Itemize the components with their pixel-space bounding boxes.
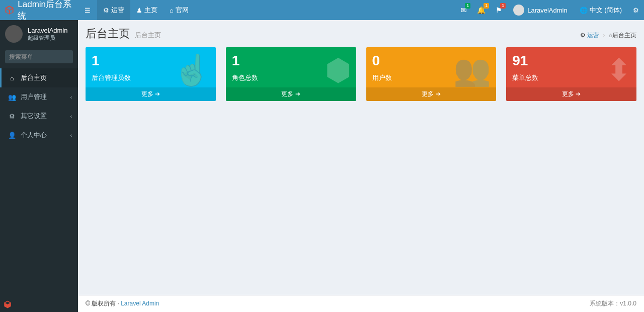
more-label: 更多 <box>562 90 574 97</box>
menu-users[interactable]: 👥 用户管理 ‹ <box>0 87 78 107</box>
search-box <box>0 48 78 68</box>
box-users: 0 用户数 👥 更多 ➔ <box>366 47 497 101</box>
page-subtitle: 后台主页 <box>135 31 161 40</box>
avatar-icon <box>513 5 524 16</box>
user-name: LaravelAdmin <box>28 27 68 34</box>
home-icon: ⌂ <box>8 74 17 82</box>
nav-left: ☰ ⚙ 运营 ♟ 主页 ⌂ 官网 <box>78 0 195 20</box>
users-icon: 👥 <box>453 52 491 88</box>
header: Ladmin后台系统 ☰ ⚙ 运营 ♟ 主页 ⌂ 官网 ✉ 1 🔔 1 ⚑ 1 <box>0 0 644 20</box>
bell-badge: 1 <box>484 3 489 9</box>
language-switcher[interactable]: 🌐 中文 (简体) <box>574 0 628 20</box>
notif-mail[interactable]: ✉ 1 <box>456 0 472 20</box>
box-users-more[interactable]: 更多 ➔ <box>366 87 497 101</box>
user-icon: 👤 <box>8 132 17 139</box>
user-icon: ♟ <box>136 7 142 14</box>
box-menus-more[interactable]: 更多 ➔ <box>506 87 636 101</box>
topnav-home[interactable]: ♟ 主页 <box>130 0 164 20</box>
search-input[interactable] <box>5 50 73 63</box>
notif-bell[interactable]: 🔔 1 <box>472 0 491 20</box>
breadcrumb-level1[interactable]: 运营 <box>587 32 599 39</box>
menu-profile-label: 个人中心 <box>21 131 47 140</box>
topnav-home-label: 主页 <box>144 6 157 15</box>
sidebar-toggle[interactable]: ☰ <box>78 0 97 20</box>
content: 后台主页 后台主页 ⚙ 运营 › ⌂后台主页 1 后台管理员数 ☝ 更多 ➔ 1… <box>78 20 644 297</box>
more-label: 更多 <box>281 90 293 97</box>
home-icon: ⌂ <box>609 32 612 39</box>
more-label: 更多 <box>141 90 153 97</box>
laravel-icon <box>4 5 15 16</box>
brand-text: Ladmin后台系统 <box>18 0 78 22</box>
box-menus: 91 菜单总数 ⬍ 更多 ➔ <box>506 47 636 101</box>
header-user-label: LaravelAdmin <box>527 7 568 14</box>
users-icon: 👥 <box>8 93 17 101</box>
dashboard-icon: ⚙ <box>580 32 586 39</box>
arrow-circle-icon: ➔ <box>155 90 160 97</box>
home-icon: ⌂ <box>170 7 174 14</box>
menu-users-label: 用户管理 <box>21 92 47 101</box>
menu-dashboard[interactable]: ⌂ 后台主页 <box>0 68 78 87</box>
sidebar: LaravelAdmin 超级管理员 ⌂ 后台主页 👥 用户管理 ‹ ⚙ 其它设… <box>0 20 78 297</box>
topnav-site-label: 官网 <box>176 6 189 15</box>
header-user[interactable]: LaravelAdmin <box>507 0 574 20</box>
breadcrumb-level2: 后台主页 <box>612 32 636 39</box>
language-label: 中文 (简体) <box>590 6 622 15</box>
user-avatar <box>5 25 23 43</box>
bars-icon: ☰ <box>85 7 91 14</box>
footer: © 版权所有 · Laravel Admin 系统版本：v1.0.0 <box>78 295 644 297</box>
box-admins: 1 后台管理员数 ☝ 更多 ➔ <box>86 47 216 101</box>
logo[interactable]: Ladmin后台系统 <box>0 0 78 20</box>
more-label: 更多 <box>422 90 434 97</box>
chevron-left-icon: ‹ <box>70 133 72 138</box>
arrow-circle-icon: ➔ <box>576 90 581 97</box>
hand-pointer-icon: ☝ <box>173 52 211 88</box>
box-roles: 1 角色总数 ⬢ 更多 ➔ <box>226 47 356 101</box>
box-roles-more[interactable]: 更多 ➔ <box>226 87 356 101</box>
arrow-circle-icon: ➔ <box>436 90 441 97</box>
page-title: 后台主页 <box>86 26 130 41</box>
topnav-site[interactable]: ⌂ 官网 <box>164 0 195 20</box>
notif-flag[interactable]: ⚑ 1 <box>491 0 507 20</box>
cubes-icon: ⬢ <box>325 52 351 87</box>
breadcrumb: ⚙ 运营 › ⌂后台主页 <box>580 31 636 40</box>
cogs-icon: ⚙ <box>8 113 17 120</box>
settings-gear[interactable]: ⚙ <box>628 0 644 20</box>
mail-badge: 1 <box>465 3 470 9</box>
menu-dashboard-label: 后台主页 <box>21 73 47 82</box>
page-header: 后台主页 后台主页 ⚙ 运营 › ⌂后台主页 <box>78 20 644 47</box>
topnav-ops-label: 运营 <box>111 6 124 15</box>
breadcrumb-sep: › <box>603 32 605 39</box>
menu-settings-label: 其它设置 <box>21 112 47 121</box>
user-panel: LaravelAdmin 超级管理员 <box>0 20 78 48</box>
menu-profile[interactable]: 👤 个人中心 ‹ <box>0 126 78 145</box>
globe-icon: 🌐 <box>580 7 588 14</box>
nav-right: ✉ 1 🔔 1 ⚑ 1 LaravelAdmin 🌐 中文 (简体) ⚙ <box>456 0 644 20</box>
dashboard-icon: ⚙ <box>103 7 109 14</box>
box-admins-more[interactable]: 更多 ➔ <box>86 87 216 101</box>
topnav-ops[interactable]: ⚙ 运营 <box>97 0 130 20</box>
stat-boxes: 1 后台管理员数 ☝ 更多 ➔ 1 角色总数 ⬢ 更多 ➔ 0 用户数 <box>78 47 644 101</box>
user-role: 超级管理员 <box>28 34 68 42</box>
flag-badge: 1 <box>500 3 506 9</box>
chevron-left-icon: ‹ <box>70 94 72 100</box>
chevron-left-icon: ‹ <box>70 114 72 119</box>
menu-settings[interactable]: ⚙ 其它设置 ‹ <box>0 107 78 126</box>
sitemap-icon: ⬍ <box>606 52 631 87</box>
arrow-circle-icon: ➔ <box>295 90 300 97</box>
gears-icon: ⚙ <box>633 7 639 14</box>
